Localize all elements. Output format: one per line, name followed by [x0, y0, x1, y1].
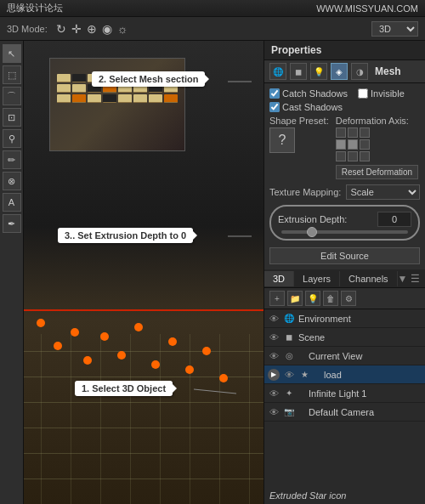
layer-item-default-camera[interactable]: 👁 📷 Default Camera: [264, 403, 425, 422]
layer-name-scene: Scene: [298, 332, 422, 343]
def-cell[interactable]: [348, 151, 358, 161]
key: [88, 94, 101, 103]
shape-preset-area: Shape Preset: ? Deformation Axis:: [269, 116, 420, 179]
def-cell[interactable]: [336, 151, 346, 161]
def-cell[interactable]: [360, 127, 370, 138]
collapse-icon[interactable]: ▼: [398, 273, 408, 285]
texture-mapping-label: Texture Mapping:: [269, 187, 341, 197]
grid-overlay: [24, 334, 264, 504]
layers-3d-panel: 3D Layers Channels ▼ ☰ + 📁 💡 🗑 ⚙ 👁 🌐: [264, 269, 425, 504]
brush-tool[interactable]: ✏: [3, 150, 21, 169]
layer-item-load[interactable]: ▶ 👁 ★ load: [264, 365, 425, 384]
text-tool[interactable]: A: [3, 193, 21, 212]
mesh-icon-btn[interactable]: ◈: [331, 63, 348, 80]
trash-btn[interactable]: 🗑: [323, 291, 338, 306]
texture-mapping-dropdown[interactable]: Scale: [346, 184, 420, 200]
orange-dot: [71, 328, 79, 337]
grid-line-v: [190, 334, 190, 504]
properties-panel: Properties 🌐 ◼ 💡 ◈ ◑ Mesh Catch Shadows: [264, 41, 425, 269]
cast-shadows-item: Cast Shadows: [269, 102, 343, 112]
light-icon[interactable]: ☼: [117, 22, 128, 36]
reset-deformation-btn[interactable]: Reset Deformation: [336, 165, 418, 179]
extrusion-depth-input[interactable]: 0: [377, 212, 411, 227]
key: [57, 74, 71, 82]
callout-step3: 3.. Set Extrusion Depth to 0: [58, 228, 193, 243]
def-cell[interactable]: [348, 139, 358, 150]
camera-icon[interactable]: ◉: [102, 22, 112, 36]
tab-layers[interactable]: Layers: [294, 271, 340, 286]
grid-line: [24, 402, 264, 403]
mat-icon-btn[interactable]: ◑: [351, 63, 368, 80]
properties-body: Catch Shadows Invisible Cast Shadows: [264, 83, 425, 269]
scene-icon-btn[interactable]: ◼: [290, 63, 307, 80]
light-icon-btn[interactable]: 💡: [310, 63, 327, 80]
extrusion-slider-thumb[interactable]: [307, 227, 317, 237]
def-cell[interactable]: [360, 139, 370, 150]
scene-background: 2. Select Mesh section 3.. Set Extrusion…: [24, 41, 264, 504]
pan-icon[interactable]: ✛: [71, 22, 82, 36]
left-toolbar: ↖ ⬚ ⌒ ⊡ ⚲ ✏ ⊗ A ✒: [0, 41, 24, 504]
play-btn[interactable]: ▶: [268, 369, 280, 381]
crop-tool[interactable]: ⊡: [3, 108, 21, 127]
top-bar: 思缘设计论坛 WWW.MISSYUAN.COM: [0, 0, 425, 17]
edit-source-btn[interactable]: Edit Source: [269, 247, 420, 264]
menu-icon[interactable]: ☰: [411, 273, 420, 285]
grid-line-v: [249, 334, 250, 504]
camera-type-icon: 📷: [283, 406, 295, 418]
layer-item-infinite-light[interactable]: 👁 ✦ Infinite Light 1: [264, 384, 425, 403]
env-icon-btn[interactable]: 🌐: [269, 63, 286, 80]
zoom-icon[interactable]: ⊕: [87, 22, 97, 36]
properties-header: Properties: [264, 41, 425, 60]
select-tool[interactable]: ⬚: [3, 65, 21, 84]
key: [133, 94, 147, 103]
extrusion-section: Extrusion Depth: 0: [269, 205, 420, 241]
shape-preset-btn[interactable]: ?: [269, 127, 295, 153]
eye-icon[interactable]: 👁: [268, 388, 280, 399]
folder-btn[interactable]: 📁: [287, 291, 303, 306]
light-type-icon: ✦: [283, 388, 295, 399]
eye-icon[interactable]: 👁: [268, 350, 280, 362]
clone-tool[interactable]: ⊗: [3, 172, 21, 190]
pen-tool[interactable]: ✒: [3, 214, 21, 233]
layer-item-current-view[interactable]: 👁 ◎ Current View: [264, 347, 425, 365]
catch-shadows-checkbox[interactable]: [269, 88, 280, 99]
eye-icon[interactable]: 👁: [268, 313, 280, 325]
site-name: 思缘设计论坛: [7, 2, 63, 14]
mesh-label: Mesh: [375, 65, 401, 77]
layer-item-environment[interactable]: 👁 🌐 Environment: [264, 309, 425, 328]
extrusion-slider-track[interactable]: [281, 230, 408, 234]
invisible-checkbox[interactable]: [358, 88, 368, 99]
eye-icon[interactable]: 👁: [268, 406, 280, 418]
lasso-tool[interactable]: ⌒: [3, 87, 21, 105]
eye-icon[interactable]: 👁: [283, 369, 295, 381]
cast-shadows-row: Cast Shadows: [269, 102, 420, 112]
settings-btn[interactable]: ⚙: [341, 291, 356, 306]
layer-item-scene[interactable]: 👁 ◼ Scene: [264, 328, 425, 347]
cast-shadows-checkbox[interactable]: [269, 102, 280, 112]
def-cell[interactable]: [348, 127, 358, 138]
extruded-star-label: Extruded Star icon: [264, 487, 425, 504]
eyedrop-tool[interactable]: ⚲: [3, 129, 21, 148]
site-url: WWW.MISSYUAN.COM: [316, 3, 418, 14]
deformation-area: Deformation Axis: Reset Def: [336, 116, 420, 179]
move-tool[interactable]: ↖: [3, 44, 21, 63]
orange-dot: [83, 356, 92, 365]
eye-icon[interactable]: 👁: [268, 331, 280, 343]
tab-channels[interactable]: Channels: [340, 271, 397, 286]
orbit-icon[interactable]: ↻: [56, 22, 66, 36]
orange-dot: [185, 365, 194, 374]
layer-name-current-view: Current View: [298, 351, 422, 361]
def-cell[interactable]: [336, 127, 346, 138]
env-type-icon: 🌐: [283, 313, 295, 325]
key: [72, 74, 86, 82]
tab-3d[interactable]: 3D: [264, 271, 294, 286]
def-cell[interactable]: [336, 139, 346, 150]
light-add-btn[interactable]: 💡: [305, 291, 320, 306]
key: [72, 94, 86, 103]
new-layer-btn[interactable]: +: [269, 291, 285, 306]
tab-bar: 3D Layers Channels ▼ ☰: [264, 269, 425, 288]
view-dropdown[interactable]: 3D: [371, 21, 418, 37]
def-cell[interactable]: [360, 151, 370, 161]
mode-label: 3D Mode:: [7, 24, 48, 34]
properties-title: Properties: [271, 44, 321, 56]
